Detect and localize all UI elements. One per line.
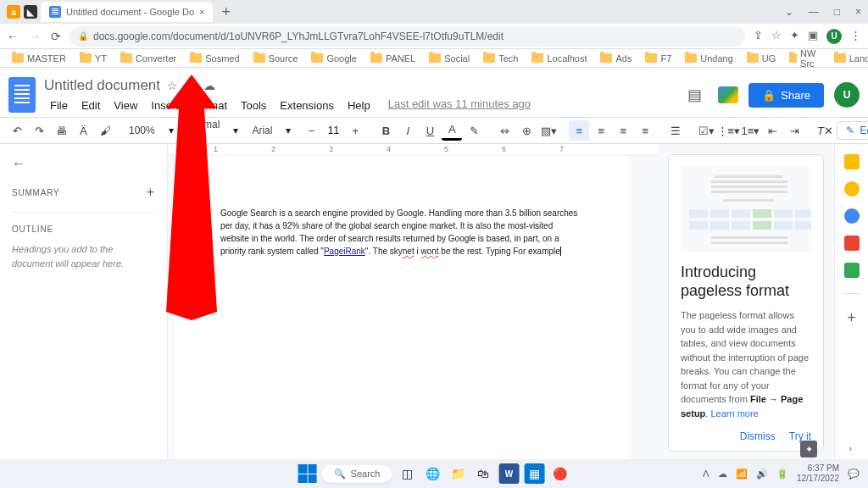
align-right-button[interactable]: ≡ bbox=[613, 120, 633, 141]
keep-icon[interactable] bbox=[844, 181, 860, 197]
bookmark-land[interactable]: Land bbox=[829, 53, 868, 64]
maximize-icon[interactable]: □ bbox=[834, 6, 840, 18]
browser-tab[interactable]: Untitled document - Google Do × bbox=[41, 2, 213, 22]
reload-button[interactable]: ⟳ bbox=[51, 30, 61, 43]
zoom-select[interactable]: 100% bbox=[125, 123, 167, 138]
menu-insert[interactable]: Insert bbox=[145, 97, 185, 114]
maps-icon[interactable] bbox=[844, 263, 860, 278]
style-select[interactable]: Normal text bbox=[184, 117, 232, 144]
redo-button[interactable]: ↷ bbox=[29, 120, 49, 141]
clock[interactable]: 6:37 PM 12/17/2022 bbox=[797, 463, 839, 484]
bookmark-nw src[interactable]: NW Src bbox=[784, 48, 825, 69]
document-title[interactable]: Untitled document bbox=[44, 77, 160, 94]
ext-icon-b[interactable]: ◣ bbox=[24, 5, 37, 19]
bold-button[interactable]: B bbox=[376, 120, 396, 141]
expand-rail-icon[interactable]: › bbox=[844, 442, 856, 454]
minimize-icon[interactable]: — bbox=[809, 6, 819, 18]
bookmark-f7[interactable]: F7 bbox=[640, 53, 676, 64]
browser-menu-icon[interactable]: ⋮ bbox=[850, 29, 861, 44]
cloud-status-icon[interactable]: ☁ bbox=[203, 79, 215, 92]
calendar-icon[interactable] bbox=[844, 154, 860, 169]
increase-font-button[interactable]: + bbox=[345, 120, 365, 141]
close-window-icon[interactable]: × bbox=[855, 6, 861, 18]
insert-image-button[interactable]: ▧▾ bbox=[538, 120, 559, 141]
bookmark-google[interactable]: Google bbox=[306, 53, 361, 64]
collapse-outline-button[interactable]: ← bbox=[12, 156, 25, 171]
share-page-icon[interactable]: ⇪ bbox=[754, 29, 763, 44]
new-tab-button[interactable]: + bbox=[216, 3, 236, 21]
horizontal-ruler[interactable]: 1234567 bbox=[168, 144, 658, 156]
battery-icon[interactable]: 🔋 bbox=[776, 469, 788, 480]
store-icon[interactable]: 🛍 bbox=[473, 463, 493, 484]
bookmark-yt[interactable]: YT bbox=[75, 53, 112, 64]
address-bar[interactable]: 🔒 docs.google.com/document/d/1oUNVR6P_LY… bbox=[70, 26, 745, 47]
share-button[interactable]: 🔒 Share bbox=[748, 83, 824, 108]
clear-format-button[interactable]: T✕ bbox=[815, 120, 835, 141]
close-tab-icon[interactable]: × bbox=[199, 7, 204, 17]
decrease-font-button[interactable]: − bbox=[301, 120, 321, 141]
numbered-list-button[interactable]: 1≡▾ bbox=[740, 120, 760, 141]
increase-indent-button[interactable]: ⇥ bbox=[784, 120, 804, 141]
minimize-window-icon[interactable]: ⌄ bbox=[785, 6, 793, 18]
align-justify-button[interactable]: ≡ bbox=[635, 120, 655, 141]
app-icon[interactable]: ▦ bbox=[524, 463, 544, 484]
star-icon[interactable]: ☆ bbox=[167, 79, 178, 92]
undo-button[interactable]: ↶ bbox=[7, 120, 27, 141]
add-on-button[interactable]: + bbox=[847, 309, 856, 327]
notifications-icon[interactable]: 💬 bbox=[848, 469, 860, 480]
menu-tools[interactable]: Tools bbox=[235, 97, 272, 114]
last-edit-link[interactable]: Last edit was 11 minutes ago bbox=[388, 97, 531, 114]
onedrive-icon[interactable]: ☁ bbox=[718, 469, 727, 480]
add-summary-button[interactable]: + bbox=[147, 185, 155, 200]
menu-file[interactable]: File bbox=[44, 97, 74, 114]
bookmark-master[interactable]: MASTER bbox=[7, 53, 71, 64]
decrease-indent-button[interactable]: ⇤ bbox=[762, 120, 782, 141]
explore-button[interactable]: ✦ bbox=[800, 441, 817, 458]
bullet-list-button[interactable]: ⋮≡▾ bbox=[718, 120, 738, 141]
bookmark-social[interactable]: Social bbox=[424, 53, 475, 64]
bookmark-localhost[interactable]: Localhost bbox=[526, 53, 592, 64]
move-folder-icon[interactable]: 🗀 bbox=[185, 79, 197, 92]
profile-avatar[interactable]: U bbox=[826, 29, 842, 44]
editing-mode-button[interactable]: ✎ Editing ▾ bbox=[837, 121, 868, 140]
bookmark-sosmed[interactable]: Sosmed bbox=[185, 53, 244, 64]
learn-more-link[interactable]: Learn more bbox=[710, 408, 758, 419]
bookmark-star-icon[interactable]: ☆ bbox=[771, 29, 782, 44]
bookmark-panel[interactable]: PANEL bbox=[365, 53, 420, 64]
align-center-button[interactable]: ≡ bbox=[591, 120, 611, 141]
account-avatar[interactable]: U bbox=[834, 82, 860, 108]
word-icon[interactable]: W bbox=[498, 463, 519, 484]
bookmark-ads[interactable]: Ads bbox=[595, 53, 637, 64]
document-text[interactable]: Google Search is a search engine provide… bbox=[220, 207, 583, 258]
task-view-icon[interactable]: ◫ bbox=[397, 463, 417, 484]
bookmark-ug[interactable]: UG bbox=[742, 53, 782, 64]
bookmark-tech[interactable]: Tech bbox=[478, 53, 523, 64]
align-left-button[interactable]: ≡ bbox=[569, 120, 589, 141]
explorer-icon[interactable]: 📁 bbox=[448, 463, 468, 484]
dismiss-button[interactable]: Dismiss bbox=[740, 430, 776, 442]
menu-format[interactable]: Format bbox=[186, 97, 233, 114]
font-size-input[interactable] bbox=[323, 125, 343, 136]
menu-extensions[interactable]: Extensions bbox=[274, 97, 340, 114]
bookmark-undang[interactable]: Undang bbox=[680, 53, 738, 64]
wifi-icon[interactable]: 📶 bbox=[736, 469, 748, 480]
start-button[interactable] bbox=[298, 464, 317, 483]
font-select[interactable]: Arial bbox=[248, 123, 284, 138]
insert-comment-button[interactable]: ⊕ bbox=[516, 120, 537, 141]
contacts-icon[interactable] bbox=[844, 236, 860, 251]
forward-button[interactable]: → bbox=[29, 30, 41, 43]
menu-help[interactable]: Help bbox=[342, 97, 376, 114]
ext-icon-a[interactable]: a bbox=[7, 5, 20, 19]
menu-edit[interactable]: Edit bbox=[75, 97, 106, 114]
tray-chevron-icon[interactable]: ᐱ bbox=[703, 469, 709, 480]
meet-icon[interactable] bbox=[718, 86, 738, 103]
line-spacing-button[interactable]: ☰ bbox=[665, 120, 686, 141]
chrome-icon[interactable]: 🔴 bbox=[549, 463, 570, 484]
tasks-icon[interactable] bbox=[844, 208, 860, 224]
underline-button[interactable]: U bbox=[420, 120, 440, 141]
comment-history-icon[interactable]: ▤ bbox=[681, 81, 708, 108]
reading-list-icon[interactable]: ▣ bbox=[808, 29, 818, 44]
volume-icon[interactable]: 🔊 bbox=[756, 469, 768, 480]
taskbar-search[interactable]: 🔍 Search bbox=[322, 465, 392, 483]
back-button[interactable]: ← bbox=[7, 30, 19, 43]
